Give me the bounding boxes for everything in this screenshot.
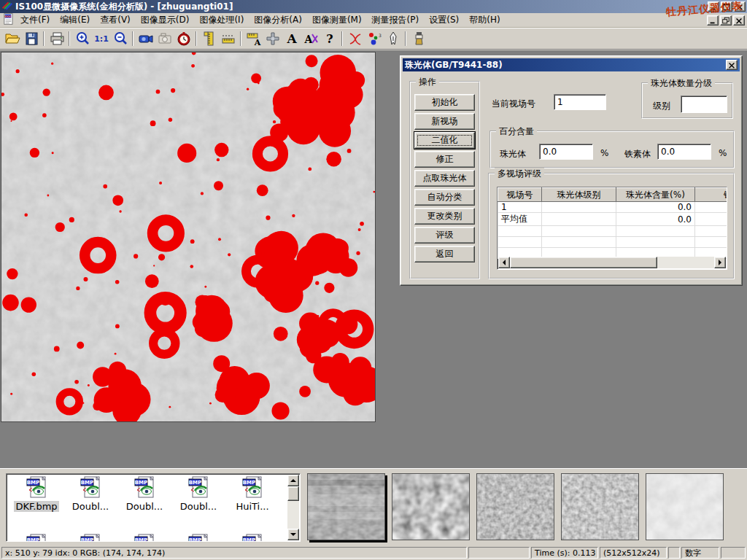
svg-text:BMP: BMP bbox=[27, 537, 39, 542]
menu-item-4[interactable]: 图像处理(I) bbox=[194, 12, 249, 28]
timer-icon[interactable] bbox=[174, 30, 193, 47]
print-icon[interactable] bbox=[47, 30, 66, 47]
bmp-file-icon: BMP bbox=[79, 534, 102, 542]
table-col-0[interactable]: 视场号 bbox=[498, 188, 542, 202]
toolbar-separator bbox=[69, 31, 70, 46]
help-icon[interactable]: ? bbox=[320, 30, 338, 47]
scroll-right-button[interactable] bbox=[714, 257, 726, 268]
app-logo-icon bbox=[1, 0, 13, 14]
zoom-out-icon[interactable] bbox=[111, 30, 129, 47]
thumbnail-3[interactable] bbox=[561, 473, 639, 540]
scroll-up-button[interactable] bbox=[287, 475, 299, 486]
status-panel-1 bbox=[468, 547, 530, 559]
toolbar-separator bbox=[405, 31, 406, 46]
op-button-8[interactable]: 返回 bbox=[414, 246, 475, 262]
mdi-close-button[interactable] bbox=[733, 15, 745, 26]
ferrite-percent-input[interactable] bbox=[657, 144, 711, 160]
letter-a-style-icon[interactable]: A bbox=[301, 30, 320, 47]
table-row[interactable]: 平均值 0.0 bbox=[498, 213, 728, 226]
scroll-track[interactable] bbox=[287, 486, 299, 529]
caliper-v-icon[interactable] bbox=[200, 30, 218, 47]
table-row[interactable] bbox=[498, 226, 728, 237]
file-item-0[interactable]: BMPDKF.bmp bbox=[9, 476, 63, 512]
curve-icon[interactable] bbox=[346, 30, 364, 47]
file-item-1[interactable]: BMPDoubl... bbox=[63, 476, 117, 512]
table-col-1[interactable]: 珠光体级别 bbox=[542, 188, 616, 202]
table-row[interactable]: 1 0.0 bbox=[498, 202, 728, 213]
file-item-row2-0[interactable]: BMP bbox=[9, 534, 63, 542]
microscope-image[interactable] bbox=[1, 52, 376, 422]
thumbnail-4[interactable] bbox=[646, 473, 724, 540]
toolbar-separator bbox=[341, 31, 343, 46]
thumbnail-1[interactable] bbox=[392, 473, 470, 540]
menu-item-8[interactable]: 设置(S) bbox=[424, 12, 464, 28]
save-icon[interactable] bbox=[22, 30, 40, 47]
thumbnail-0[interactable] bbox=[307, 473, 385, 540]
op-button-2[interactable]: 二值化 bbox=[414, 132, 475, 149]
zoom-in-icon[interactable] bbox=[73, 30, 91, 47]
op-button-4[interactable]: 点取珠光体 bbox=[414, 170, 475, 187]
file-item-4[interactable]: BMPHuiTi... bbox=[225, 476, 279, 512]
op-button-6[interactable]: 更改类别 bbox=[414, 208, 475, 225]
svg-text:A: A bbox=[286, 31, 297, 46]
menu-item-1[interactable]: 编辑(E) bbox=[55, 12, 95, 28]
grid-move-icon[interactable] bbox=[263, 30, 282, 47]
op-button-5[interactable]: 自动分类 bbox=[414, 189, 475, 206]
file-item-2[interactable]: BMPDoubl... bbox=[117, 476, 171, 512]
menu-item-7[interactable]: 测量报告(P) bbox=[367, 12, 425, 28]
table-horizontal-scrollbar[interactable] bbox=[498, 257, 726, 268]
pen-icon[interactable] bbox=[384, 30, 402, 47]
video-camera-icon[interactable] bbox=[136, 30, 155, 47]
file-item-3[interactable]: BMPDoubl... bbox=[171, 476, 225, 512]
letter-a-icon[interactable]: A bbox=[282, 30, 301, 47]
window-minimize-button[interactable] bbox=[708, 1, 719, 12]
mdi-restore-button[interactable] bbox=[720, 15, 732, 26]
op-button-3[interactable]: 修正 bbox=[414, 151, 475, 168]
op-button-7[interactable]: 评级 bbox=[414, 227, 475, 244]
current-field-input[interactable] bbox=[554, 94, 606, 110]
grade-table[interactable]: 视场号珠光体级别珠光体含量(%)铁素体含量(%)1 0.0 平均值 0.0 bbox=[498, 187, 727, 259]
table-col-3[interactable]: 铁素体含量(%) bbox=[695, 188, 728, 202]
file-item-row2-2[interactable]: BMP bbox=[117, 534, 171, 542]
toolbar-separator bbox=[132, 31, 133, 46]
open-icon[interactable] bbox=[3, 30, 21, 47]
file-browser-scrollbar[interactable] bbox=[287, 475, 299, 540]
file-item-row2-1[interactable]: BMP bbox=[63, 534, 117, 542]
table-col-2[interactable]: 珠光体含量(%) bbox=[616, 188, 695, 202]
menu-item-2[interactable]: 查看(V) bbox=[95, 12, 136, 28]
menu-item-6[interactable]: 图像测量(M) bbox=[307, 12, 367, 28]
menu-item-5[interactable]: 图像分析(A) bbox=[249, 12, 307, 28]
op-button-1[interactable]: 新视场 bbox=[414, 113, 475, 130]
file-item-row2-3[interactable]: BMP bbox=[171, 534, 225, 542]
brush-icon[interactable] bbox=[409, 30, 427, 47]
mdi-minimize-button[interactable] bbox=[707, 15, 719, 26]
table-cell bbox=[695, 226, 728, 237]
op-button-0[interactable]: 初始化 bbox=[414, 94, 475, 111]
window-close-button[interactable] bbox=[734, 1, 746, 12]
file-item-row2-4[interactable]: BMP bbox=[225, 534, 279, 542]
caliper-a-icon[interactable]: A bbox=[244, 30, 263, 47]
color-dots-icon[interactable]: 3 bbox=[365, 30, 383, 47]
ruler-h-icon[interactable] bbox=[219, 30, 237, 47]
menu-item-0[interactable]: 文件(F) bbox=[15, 12, 55, 28]
dialog-close-button[interactable] bbox=[726, 60, 738, 70]
window-maximize-button[interactable] bbox=[721, 1, 732, 12]
status-panel-5: 数字 bbox=[681, 547, 719, 559]
scroll-thumb[interactable] bbox=[510, 257, 657, 268]
table-row[interactable] bbox=[498, 237, 728, 248]
thumbnail-2[interactable] bbox=[476, 473, 554, 540]
pearlite-percent-input[interactable] bbox=[539, 144, 593, 160]
grade-level-input[interactable] bbox=[681, 96, 727, 113]
file-browser: BMPDKF.bmpBMPDoubl...BMPDoubl...BMPDoubl… bbox=[6, 473, 301, 542]
bottom-panel: BMPDKF.bmpBMPDoubl...BMPDoubl...BMPDoubl… bbox=[0, 468, 747, 545]
one-to-one-icon[interactable]: 1:1 bbox=[92, 30, 110, 47]
camera-icon[interactable] bbox=[155, 30, 174, 47]
bmp-file-icon: BMP bbox=[25, 534, 48, 542]
scroll-down-button[interactable] bbox=[287, 529, 299, 540]
scroll-track[interactable] bbox=[510, 257, 714, 268]
table-cell bbox=[498, 226, 542, 237]
menu-item-9[interactable]: 帮助(H) bbox=[464, 12, 505, 28]
scroll-left-button[interactable] bbox=[498, 257, 510, 268]
scroll-thumb[interactable] bbox=[287, 486, 299, 501]
menu-item-3[interactable]: 图像显示(D) bbox=[136, 12, 195, 28]
